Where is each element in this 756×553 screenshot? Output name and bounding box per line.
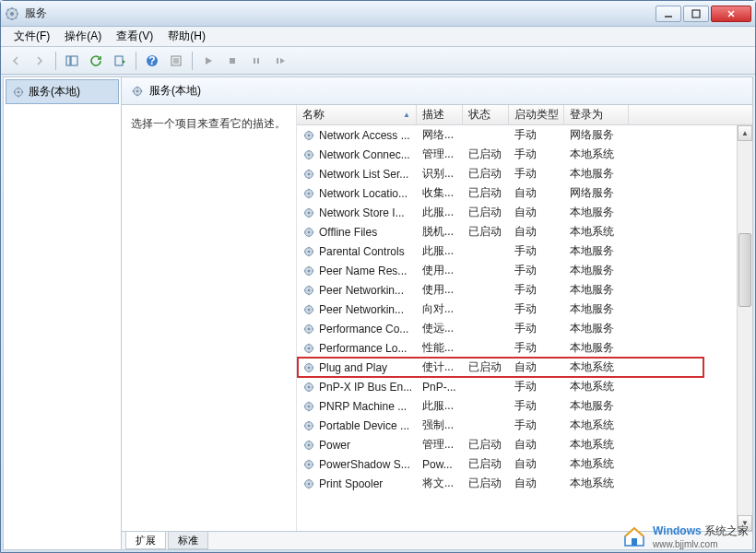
svg-point-32	[308, 211, 311, 214]
service-row[interactable]: Offline Files脱机...已启动自动本地系统	[297, 222, 752, 241]
service-row[interactable]: Print Spooler将文...已启动自动本地系统	[297, 474, 752, 493]
service-row[interactable]: Portable Device ...强制...手动本地系统	[297, 416, 752, 435]
cell-name: Peer Name Res...	[297, 265, 417, 277]
svg-point-20	[18, 90, 20, 93]
cell-desc: 网络...	[417, 127, 463, 143]
service-row[interactable]: Parental Controls此服...手动本地服务	[297, 241, 752, 261]
cell-startup: 自动	[509, 437, 564, 453]
service-row[interactable]: Plug and Play使计...已启动自动本地系统	[297, 358, 752, 377]
body-area: 服务(本地) 服务(本地) 选择一个项目来查看它的描述。 名称▲ 描述 状态 启…	[3, 76, 753, 550]
service-row[interactable]: Network Access ...网络...手动网络服务	[297, 125, 752, 145]
cell-name: Performance Co...	[297, 323, 417, 335]
properties-button[interactable]	[165, 50, 187, 72]
start-service-button[interactable]	[197, 50, 219, 72]
service-row[interactable]: Power管理...已启动自动本地系统	[297, 435, 752, 454]
scroll-up-button[interactable]: ▲	[738, 125, 752, 141]
minimize-button[interactable]	[656, 6, 681, 22]
cell-logon: 本地服务	[564, 263, 629, 278]
stop-service-button[interactable]	[221, 50, 243, 72]
cell-logon: 本地服务	[564, 340, 629, 356]
svg-point-50	[308, 385, 311, 388]
maximize-button[interactable]	[683, 6, 709, 22]
list-body[interactable]: Network Access ...网络...手动网络服务Network Con…	[297, 125, 752, 531]
cell-status: 已启动	[463, 359, 509, 375]
menu-view[interactable]: 查看(V)	[109, 27, 160, 46]
refresh-button[interactable]	[85, 50, 107, 72]
pause-service-button[interactable]	[245, 50, 267, 72]
scroll-track[interactable]	[738, 141, 752, 515]
cell-status: 已启动	[463, 205, 509, 220]
cell-desc: PnP-...	[417, 381, 463, 394]
cell-desc: 此服...	[417, 243, 463, 259]
cell-logon: 本地服务	[564, 243, 629, 259]
list-header: 名称▲ 描述 状态 启动类型 登录为	[297, 105, 752, 125]
service-row[interactable]: Network List Ser...识别...已启动手动本地服务	[297, 164, 752, 183]
cell-logon: 本地系统	[564, 418, 629, 433]
close-button[interactable]	[711, 6, 751, 22]
services-list: 名称▲ 描述 状态 启动类型 登录为 Network Access ...网络.…	[297, 105, 752, 531]
cell-status: 已启动	[463, 224, 509, 240]
service-row[interactable]: Network Locatio...收集...已启动自动网络服务	[297, 183, 752, 203]
cell-startup: 手动	[509, 379, 564, 394]
cell-name: PowerShadow S...	[297, 458, 417, 471]
cell-status: 已启动	[463, 147, 509, 162]
service-row[interactable]: PnP-X IP Bus En...PnP-...手动本地系统	[297, 377, 752, 396]
service-row[interactable]: Peer Name Res...使用...手动本地服务	[297, 261, 752, 280]
services-app-icon	[5, 6, 19, 21]
export-button[interactable]	[109, 50, 131, 72]
menu-help[interactable]: 帮助(H)	[160, 27, 213, 46]
cell-startup: 手动	[509, 301, 564, 317]
service-row[interactable]: Performance Co...使远...手动本地服务	[297, 319, 752, 338]
column-description[interactable]: 描述	[417, 105, 463, 124]
column-status[interactable]: 状态	[463, 105, 509, 124]
watermark: Windows 系统之家 www.bjjmlv.com	[621, 524, 749, 549]
cell-logon: 本地系统	[564, 359, 629, 375]
service-row[interactable]: Peer Networkin...向对...手动本地服务	[297, 300, 752, 319]
service-row[interactable]: PNRP Machine ...此服...手动本地服务	[297, 396, 752, 416]
tab-standard[interactable]: 标准	[168, 532, 208, 549]
show-hide-tree-button[interactable]	[61, 50, 83, 72]
svg-point-54	[308, 424, 311, 427]
menu-file[interactable]: 文件(F)	[6, 27, 57, 46]
tree-root-services[interactable]: 服务(本地)	[6, 79, 119, 104]
cell-name: Plug and Play	[297, 361, 417, 374]
scroll-thumb[interactable]	[738, 233, 751, 307]
service-row[interactable]: Network Connec...管理...已启动手动本地系统	[297, 145, 752, 164]
cell-name: Network List Ser...	[297, 168, 417, 181]
description-pane: 选择一个项目来查看它的描述。	[122, 105, 297, 531]
cell-logon: 本地服务	[564, 301, 629, 317]
cell-desc: 管理...	[417, 437, 463, 453]
svg-point-24	[308, 134, 311, 136]
titlebar[interactable]: 服务	[1, 1, 755, 27]
forward-button[interactable]	[29, 50, 51, 72]
restart-service-button[interactable]	[269, 50, 291, 72]
column-logon-as[interactable]: 登录为	[564, 105, 629, 124]
cell-name: PnP-X IP Bus En...	[297, 381, 417, 394]
cell-startup: 自动	[509, 476, 564, 491]
cell-startup: 自动	[509, 456, 564, 472]
cell-name: Power	[297, 439, 417, 452]
svg-rect-17	[257, 58, 259, 64]
service-row[interactable]: PowerShadow S...Pow...已启动自动本地系统	[297, 454, 752, 474]
cell-desc: 使远...	[417, 321, 463, 336]
tab-extended[interactable]: 扩展	[125, 532, 166, 549]
watermark-brand: Windows	[653, 524, 702, 537]
svg-rect-6	[66, 56, 70, 65]
cell-logon: 本地服务	[564, 166, 629, 182]
column-startup-type[interactable]: 启动类型	[509, 105, 564, 124]
cell-name: Parental Controls	[297, 245, 417, 258]
tree-root-label: 服务(本地)	[29, 84, 80, 100]
window-title: 服务	[25, 6, 656, 21]
service-row[interactable]: Performance Lo...性能...手动本地服务	[297, 338, 752, 358]
vertical-scrollbar[interactable]: ▲ ▼	[737, 125, 752, 531]
back-button[interactable]	[5, 50, 27, 72]
cell-startup: 自动	[509, 224, 564, 240]
menubar: 文件(F) 操作(A) 查看(V) 帮助(H)	[1, 27, 755, 47]
help-button[interactable]: ?	[141, 50, 163, 72]
service-row[interactable]: Peer Networkin...使用...手动本地服务	[297, 280, 752, 300]
menu-action[interactable]: 操作(A)	[57, 27, 109, 46]
cell-startup: 手动	[509, 321, 564, 336]
service-row[interactable]: Network Store I...此服...已启动自动本地服务	[297, 203, 752, 222]
cell-name: Network Store I...	[297, 206, 417, 219]
column-name[interactable]: 名称▲	[297, 105, 417, 124]
